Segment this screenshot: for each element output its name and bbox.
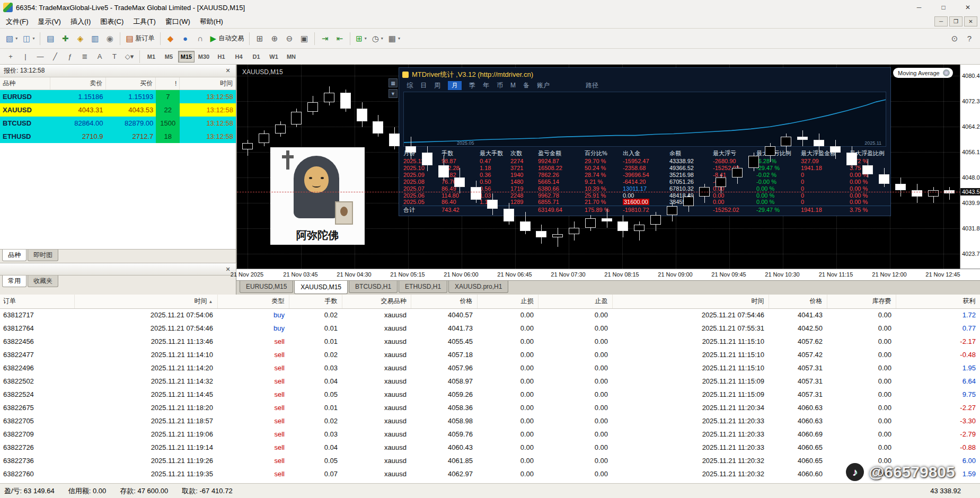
minimize-button[interactable]: ─: [907, 0, 931, 15]
tile-windows-button[interactable]: ▣: [297, 31, 312, 46]
chart-tab-btcusd-h1[interactable]: BTCUSD,H1: [349, 281, 398, 293]
market-watch-row[interactable]: BTCUSD82864.0082879.00150013:12:58: [0, 117, 236, 130]
market-watch-button[interactable]: ▤: [43, 31, 58, 46]
trade-row[interactable]: 638227052025.11.21 11:18:57sell0.02xauus…: [0, 414, 980, 428]
market-watch-tab-[interactable]: 即时图: [28, 250, 58, 261]
crosshair-tool[interactable]: +: [4, 50, 17, 63]
trade-row[interactable]: 638226752025.11.21 11:18:20sell0.01xauus…: [0, 401, 980, 414]
trades-column-9[interactable]: 时间: [612, 295, 769, 308]
mw-column-3[interactable]: 买价: [106, 77, 156, 90]
trade-row[interactable]: 638227092025.11.21 11:19:06sell0.03xauus…: [0, 428, 980, 441]
market-watch-row[interactable]: XAUUSD4043.314043.532213:12:58: [0, 103, 236, 117]
mtdriver-menu-[interactable]: 季: [469, 81, 475, 90]
mtdriver-menu-[interactable]: 币: [497, 81, 503, 90]
candlestick-chart[interactable]: XAUUSD,M15 ▦ ▼ 阿弥陀佛 MTDriver统计 ,V3.12: [237, 65, 960, 269]
trade-row[interactable]: 638225022025.11.21 11:14:32sell0.04xauus…: [0, 375, 980, 388]
options-button[interactable]: ●: [178, 31, 193, 46]
vertical-line-tool[interactable]: |: [19, 50, 32, 63]
timeframe-w1[interactable]: W1: [266, 51, 282, 63]
mw-column-1[interactable]: 品种: [0, 77, 50, 90]
mtdriver-menu-[interactable]: 月: [448, 81, 462, 90]
close-button[interactable]: ✕: [956, 0, 980, 15]
trade-row[interactable]: 638224962025.11.21 11:14:20sell0.03xauus…: [0, 361, 980, 375]
trades-column-11[interactable]: 库存费: [827, 295, 896, 308]
indicators-button[interactable]: ⊞▾: [353, 31, 369, 46]
trade-row[interactable]: 638127642025.11.21 07:54:46buy0.01xauusd…: [0, 322, 980, 335]
collapse-panel-button[interactable]: ▼: [389, 89, 398, 98]
trades-column-1[interactable]: 订单: [0, 295, 74, 308]
chart-tab-xauusd-pro-h1[interactable]: XAUUSD.pro,H1: [448, 281, 508, 293]
timeframe-h1[interactable]: H1: [213, 51, 229, 63]
search-button[interactable]: ⊙: [947, 31, 962, 46]
timeframe-mn[interactable]: MN: [283, 51, 299, 63]
maximize-button[interactable]: □: [931, 0, 956, 15]
trade-row[interactable]: 638224772025.11.21 11:14:10sell0.02xauus…: [0, 348, 980, 361]
timeframe-m5[interactable]: M5: [161, 51, 177, 63]
mtdriver-menu-[interactable]: 账户: [537, 81, 550, 90]
time-axis[interactable]: 21 Nov 202521 Nov 03:4521 Nov 04:3021 No…: [236, 269, 980, 280]
trade-row[interactable]: 638227362025.11.21 11:19:26sell0.05xauus…: [0, 454, 980, 467]
close-icon[interactable]: ✕: [224, 67, 232, 75]
chart-window[interactable]: XAUUSD,M15 ▦ ▼ 阿弥陀佛 MTDriver统计 ,V3.12: [236, 65, 980, 269]
mtdriver-menu-[interactable]: 周: [434, 81, 440, 90]
trades-column-8[interactable]: 止盈: [538, 295, 612, 308]
market-watch-row[interactable]: ETHUSD2710.92712.71813:12:58: [0, 130, 236, 143]
new-order-button[interactable]: ▤新订单: [123, 31, 157, 46]
strategy-tester-button[interactable]: ◉: [102, 31, 117, 46]
sounds-button[interactable]: ∩: [193, 31, 208, 46]
menu-item-6[interactable]: 窗口(W): [161, 15, 195, 28]
trades-column-10[interactable]: 价格: [769, 295, 827, 308]
terminal-button[interactable]: ▥: [87, 31, 102, 46]
timeframe-m1[interactable]: M1: [143, 51, 160, 63]
chart-shift-button[interactable]: ⇤: [332, 31, 347, 46]
chart-close-button[interactable]: ✕: [964, 16, 977, 26]
mw-column-5[interactable]: 时间: [180, 77, 236, 90]
menu-item-5[interactable]: 工具(T): [128, 15, 161, 28]
market-watch-tab-[interactable]: 品种: [2, 250, 27, 261]
menu-item-3[interactable]: 插入(I): [66, 15, 95, 28]
indicator-window-button[interactable]: ▦: [389, 78, 398, 87]
menu-item-7[interactable]: 帮助(H): [195, 15, 228, 28]
chart-tab-ethusd-h1[interactable]: ETHUSD,H1: [399, 281, 447, 293]
mtdriver-menu-[interactable]: 日: [420, 81, 427, 90]
mtdriver-menu-[interactable]: 年: [483, 81, 489, 90]
shapes-tool[interactable]: ◇▾: [122, 50, 136, 63]
timeframe-m15[interactable]: M15: [178, 51, 195, 63]
trade-row[interactable]: 638127172025.11.21 07:54:06buy0.02xauusd…: [0, 308, 980, 322]
new-chart-button[interactable]: ▧▾: [3, 31, 20, 46]
moving-average-label[interactable]: Moving Average: [893, 68, 953, 78]
periods-button[interactable]: ◷▾: [369, 31, 386, 46]
trades-column-6[interactable]: 价格: [411, 295, 477, 308]
navigator-button[interactable]: ◈: [73, 31, 87, 46]
fibonacci-tool[interactable]: ƒ: [63, 50, 77, 63]
mtdriver-menu-[interactable]: 备: [523, 81, 529, 90]
price-scale[interactable]: 4080.44072.34064.24056.14048.04039.94031…: [960, 65, 980, 269]
profiles-button[interactable]: ◫▾: [20, 31, 37, 46]
navigator-tab-[interactable]: 常用: [2, 275, 27, 287]
mtdriver-menu-[interactable]: 综: [407, 81, 413, 90]
autotrading-button[interactable]: ▶自动交易: [208, 31, 247, 46]
timeframe-m30[interactable]: M30: [196, 51, 212, 63]
menu-item-1[interactable]: 文件(F): [1, 15, 33, 28]
chart-minimize-button[interactable]: ─: [934, 16, 948, 26]
trade-row[interactable]: 638227262025.11.21 11:19:14sell0.04xauus…: [0, 441, 980, 454]
zoom-in-button[interactable]: ⊕: [267, 31, 282, 46]
trades-column-3[interactable]: 类型: [217, 295, 289, 308]
text-tool[interactable]: A: [93, 50, 107, 63]
market-watch-row[interactable]: EURUSD1.151861.15193713:12:58: [0, 90, 236, 103]
trendline-tool[interactable]: ╱: [48, 50, 62, 63]
trade-row[interactable]: 638224562025.11.21 11:13:46sell0.01xauus…: [0, 335, 980, 348]
trade-row[interactable]: 638225242025.11.21 11:14:45sell0.05xauus…: [0, 388, 980, 401]
mw-column-4[interactable]: !: [156, 77, 180, 90]
chart-restore-button[interactable]: ❐: [949, 16, 963, 26]
auto-scroll-button[interactable]: ⇥: [317, 31, 332, 46]
mtdriver-menu-m[interactable]: M: [510, 82, 516, 89]
horizontal-line-tool[interactable]: —: [33, 50, 47, 63]
metaeditor-button[interactable]: ◆: [163, 31, 178, 46]
trades-column-4[interactable]: 手数: [289, 295, 342, 308]
templates-button[interactable]: ▦▾: [386, 31, 403, 46]
mw-column-2[interactable]: 卖价: [50, 77, 106, 90]
timeframe-h4[interactable]: H4: [231, 51, 247, 63]
trades-column-5[interactable]: 交易品种: [342, 295, 411, 308]
navigator-tab-[interactable]: 收藏夹: [28, 275, 58, 287]
